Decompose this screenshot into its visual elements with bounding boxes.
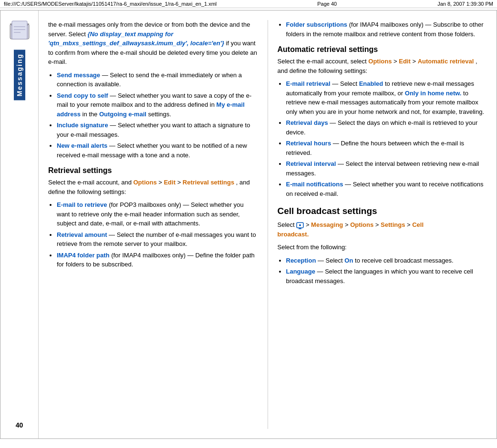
list-item: Folder subscriptions (for IMAP4 mailboxe… bbox=[286, 20, 487, 39]
cell-broadcast-icon bbox=[296, 222, 304, 229]
language-link: Language bbox=[286, 268, 315, 275]
list-item: Include signature — Select whether you w… bbox=[57, 121, 258, 139]
code-snippet: {No display_text mapping for 'qtn_mbxs_s… bbox=[48, 31, 224, 47]
send-copy-link: Send copy to self bbox=[57, 92, 108, 99]
enabled-link: Enabled bbox=[359, 80, 383, 87]
auto-arrow1: > bbox=[393, 58, 399, 65]
cell-arrow1: > bbox=[306, 221, 311, 228]
list-item: Retrieval interval — Select the interval… bbox=[286, 159, 487, 178]
cell-heading: Cell broadcast settings bbox=[278, 206, 487, 216]
page-number: 40 bbox=[16, 421, 23, 429]
cell-broadcast-link2: broadcast. bbox=[278, 231, 309, 238]
cell-messaging-link: Messaging bbox=[311, 221, 343, 228]
cell-arrow2: > bbox=[345, 221, 350, 228]
auto-intro: Select the e-mail account, select Option… bbox=[278, 57, 487, 75]
email-settings-list: Send message — Select to send the e-mail… bbox=[57, 71, 258, 160]
cell-arrow3: > bbox=[375, 221, 381, 228]
main-content: the e-mail messages only from the device… bbox=[39, 10, 497, 438]
page-label: Page 40 bbox=[317, 1, 337, 7]
svg-point-7 bbox=[299, 224, 301, 226]
retrieval-arrow1: > bbox=[158, 179, 164, 186]
on-link: On bbox=[344, 257, 353, 264]
imap4-path-link: IMAP4 folder path bbox=[57, 252, 110, 259]
top-bar: file:///C:/USERS/MODEServer/lkatajis/110… bbox=[0, 0, 497, 8]
auto-arrow2: > bbox=[412, 58, 417, 65]
list-item: Language — Select the languages in which… bbox=[286, 267, 487, 285]
list-item: Retrieval hours — Define the hours betwe… bbox=[286, 139, 487, 157]
retrieval-hours-link: Retrieval hours bbox=[286, 140, 331, 147]
send-copy-text2: in the bbox=[83, 111, 99, 118]
reception-text2: to receive cell broadcast messages. bbox=[355, 257, 454, 264]
filepath: file:///C:/USERS/MODEServer/lkatajis/110… bbox=[4, 1, 217, 7]
list-item: Retrieval amount — Select the number of … bbox=[57, 230, 258, 249]
messaging-icon bbox=[9, 20, 30, 45]
date: Jan 8, 2007 1:39:30 PM bbox=[437, 1, 493, 7]
auto-intro-text: Select the e-mail account, select bbox=[278, 58, 369, 65]
auto-list: E-mail retrieval — Select Enabled to ret… bbox=[286, 79, 487, 198]
auto-edit-link: Edit bbox=[399, 58, 411, 65]
email-retrieval-link: E-mail retrieval bbox=[286, 80, 331, 87]
retrieval-intro-text: Select the e-mail account, and bbox=[48, 179, 134, 186]
cell-list: Reception — Select On to receive cell br… bbox=[286, 256, 487, 286]
list-item: Send copy to self — Select whether you w… bbox=[57, 91, 258, 119]
retrieval-interval-link: Retrieval interval bbox=[286, 160, 336, 167]
retrieval-heading: Retrieval settings bbox=[48, 166, 258, 175]
retrieval-settings-link: Retrieval settings bbox=[183, 179, 234, 186]
left-column: the e-mail messages only from the device… bbox=[39, 20, 268, 429]
svg-rect-2 bbox=[12, 21, 27, 39]
email-notifications-link: E-mail notifications bbox=[286, 181, 343, 188]
retrieval-options-link: Options bbox=[134, 179, 157, 186]
send-copy-text3: settings. bbox=[148, 111, 171, 118]
right-column: Folder subscriptions (for IMAP4 mailboxe… bbox=[268, 20, 497, 429]
list-item: New e-mail alerts — Select whether you w… bbox=[57, 141, 258, 160]
cell-arrow4: > bbox=[407, 221, 412, 228]
retrieval-edit-link: Edit bbox=[164, 179, 176, 186]
new-alerts-link: New e-mail alerts bbox=[57, 142, 107, 149]
retrieval-days-link: Retrieval days bbox=[286, 119, 328, 126]
reception-text1: — Select bbox=[318, 257, 344, 264]
home-netw-link: Only in home netw. bbox=[405, 90, 462, 97]
cell-intro-pre: Select bbox=[278, 221, 297, 228]
reception-link: Reception bbox=[286, 257, 316, 264]
cell-settings-link: Settings bbox=[381, 221, 405, 228]
list-item: E-mail to retrieve (for POP3 mailboxes o… bbox=[57, 200, 258, 228]
page-container: Messaging 40 the e-mail messages only fr… bbox=[0, 10, 497, 439]
sidebar: Messaging 40 bbox=[0, 10, 39, 438]
send-message-link: Send message bbox=[57, 71, 100, 79]
intro-paragraph: the e-mail messages only from the device… bbox=[48, 20, 258, 67]
list-item: Retrieval days — Select the days on whic… bbox=[286, 118, 487, 137]
cell-broadcast-link: Cell bbox=[412, 221, 424, 228]
email-to-retrieve-link: E-mail to retrieve bbox=[57, 201, 107, 208]
folder-sub-link: Folder subscriptions bbox=[286, 21, 348, 28]
cell-options-link: Options bbox=[350, 221, 373, 228]
retrieval-amount-link: Retrieval amount bbox=[57, 231, 107, 238]
auto-retrieval-link: Automatic retrieval bbox=[418, 58, 474, 65]
cell-select-text: Select from the following: bbox=[278, 243, 487, 252]
include-sig-link: Include signature bbox=[57, 122, 108, 129]
list-item: Reception — Select On to receive cell br… bbox=[286, 256, 487, 265]
cell-intro: Select > Messaging > Options > Settings … bbox=[278, 220, 487, 239]
folder-sub-list: Folder subscriptions (for IMAP4 mailboxe… bbox=[286, 20, 487, 39]
list-item: Send message — Select to send the e-mail… bbox=[57, 71, 258, 89]
retrieval-list: E-mail to retrieve (for POP3 mailboxes o… bbox=[57, 200, 258, 269]
list-item: E-mail notifications — Select whether yo… bbox=[286, 180, 487, 198]
retrieval-arrow2: > bbox=[177, 179, 183, 186]
email-retrieval-text1: — Select bbox=[332, 80, 359, 87]
outgoing-email-link: Outgoing e-mail bbox=[99, 111, 146, 118]
auto-options-link: Options bbox=[368, 58, 392, 65]
auto-heading: Automatic retrieval settings bbox=[278, 45, 487, 54]
list-item: E-mail retrieval — Select Enabled to ret… bbox=[286, 79, 487, 116]
list-item: IMAP4 folder path (for IMAP4 mailboxes o… bbox=[57, 251, 258, 269]
retrieval-intro: Select the e-mail account, and Options >… bbox=[48, 178, 258, 196]
sidebar-label: Messaging bbox=[14, 50, 25, 100]
